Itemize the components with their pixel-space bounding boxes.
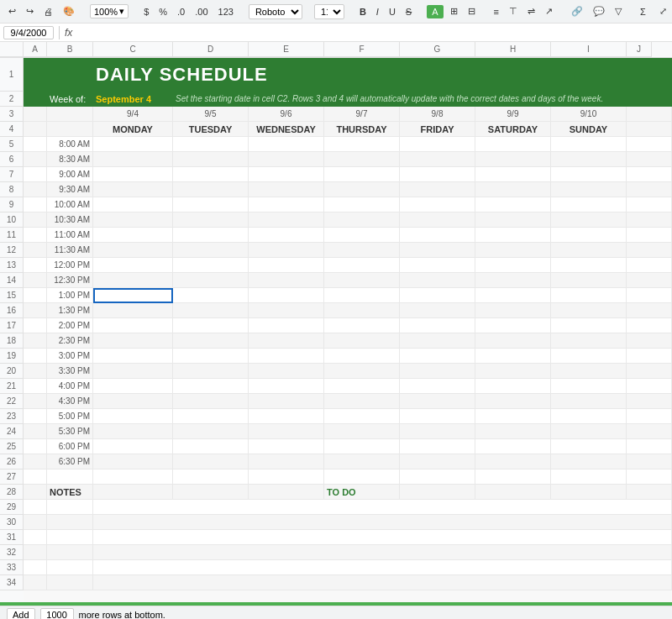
cell-D4-tuesday[interactable]: TUESDAY xyxy=(173,122,249,137)
cell-E13[interactable] xyxy=(249,258,324,273)
cell-E19[interactable] xyxy=(249,349,324,364)
cell-F4-thursday[interactable]: THURSDAY xyxy=(324,122,400,137)
cell-C27[interactable] xyxy=(93,469,173,485)
cell-F28-todo[interactable]: TO DO xyxy=(324,485,400,500)
cell-rest-29[interactable] xyxy=(93,500,672,515)
cell-F15[interactable] xyxy=(324,288,400,303)
cell-rest-32[interactable] xyxy=(93,545,672,560)
cell-B31[interactable] xyxy=(47,530,93,545)
col-header-D[interactable]: D xyxy=(173,42,249,57)
cell-B8-time[interactable]: 9:30 AM xyxy=(47,182,93,197)
cell-D24[interactable] xyxy=(173,424,249,439)
cell-E14[interactable] xyxy=(249,273,324,288)
col-header-E[interactable]: E xyxy=(249,42,324,57)
cell-H6[interactable] xyxy=(475,152,551,167)
cell-E6[interactable] xyxy=(249,152,324,167)
format-123-button[interactable]: 123 xyxy=(215,5,237,18)
cell-G22[interactable] xyxy=(400,394,475,409)
cell-B14-time[interactable]: 12:30 PM xyxy=(47,273,93,288)
cell-J13[interactable] xyxy=(627,258,672,273)
fill-color-button[interactable]: A xyxy=(427,5,443,18)
cell-G12[interactable] xyxy=(400,243,475,258)
bold-button[interactable]: B xyxy=(356,5,370,18)
cell-B16-time[interactable]: 1:30 PM xyxy=(47,303,93,318)
cell-C19[interactable] xyxy=(93,349,173,364)
cell-E7[interactable] xyxy=(249,167,324,182)
cell-J17[interactable] xyxy=(627,318,672,333)
cell-D3-date[interactable]: 9/5 xyxy=(173,107,249,122)
rows-count-input[interactable] xyxy=(40,608,74,620)
cell-H8[interactable] xyxy=(475,182,551,197)
cell-A14[interactable] xyxy=(24,273,47,288)
cell-D25[interactable] xyxy=(173,439,249,454)
cell-H22[interactable] xyxy=(475,394,551,409)
cell-H26[interactable] xyxy=(475,454,551,469)
cell-C23[interactable] xyxy=(93,409,173,424)
name-box[interactable] xyxy=(3,26,54,39)
cell-J14[interactable] xyxy=(627,273,672,288)
cell-H20[interactable] xyxy=(475,364,551,379)
cell-G25[interactable] xyxy=(400,439,475,454)
cell-B29[interactable] xyxy=(47,500,93,515)
cell-B32[interactable] xyxy=(47,545,93,560)
cell-A28[interactable] xyxy=(24,485,47,500)
cell-J25[interactable] xyxy=(627,439,672,454)
cell-H25[interactable] xyxy=(475,439,551,454)
cell-rest-31[interactable] xyxy=(93,530,672,545)
cell-F23[interactable] xyxy=(324,409,400,424)
cell-C11[interactable] xyxy=(93,228,173,243)
cell-F24[interactable] xyxy=(324,424,400,439)
cell-E22[interactable] xyxy=(249,394,324,409)
cell-F16[interactable] xyxy=(324,303,400,318)
cell-C15-selected[interactable] xyxy=(93,288,173,303)
cell-A1[interactable] xyxy=(24,58,47,92)
cell-I9[interactable] xyxy=(551,197,627,212)
link-button[interactable]: 🔗 xyxy=(568,4,586,18)
font-size-selector[interactable]: 11 xyxy=(314,4,344,19)
cell-D15[interactable] xyxy=(173,288,249,303)
cell-I25[interactable] xyxy=(551,439,627,454)
cell-G16[interactable] xyxy=(400,303,475,318)
cell-A34[interactable] xyxy=(24,575,47,590)
cell-D27[interactable] xyxy=(173,469,249,485)
cell-G23[interactable] xyxy=(400,409,475,424)
cell-B33[interactable] xyxy=(47,560,93,575)
cell-A21[interactable] xyxy=(24,379,47,394)
formula-input[interactable] xyxy=(76,27,669,39)
rotate-button[interactable]: ↗ xyxy=(542,4,556,18)
cell-F3-date[interactable]: 9/7 xyxy=(324,107,400,122)
cell-A32[interactable] xyxy=(24,545,47,560)
cell-H24[interactable] xyxy=(475,424,551,439)
cell-E20[interactable] xyxy=(249,364,324,379)
col-header-J[interactable]: J xyxy=(627,42,652,57)
cell-C22[interactable] xyxy=(93,394,173,409)
cell-I7[interactable] xyxy=(551,167,627,182)
cell-I20[interactable] xyxy=(551,364,627,379)
cell-C20[interactable] xyxy=(93,364,173,379)
cell-F12[interactable] xyxy=(324,243,400,258)
cell-J22[interactable] xyxy=(627,394,672,409)
cell-I28[interactable] xyxy=(551,485,627,500)
cell-H16[interactable] xyxy=(475,303,551,318)
cell-I8[interactable] xyxy=(551,182,627,197)
cell-E9[interactable] xyxy=(249,197,324,212)
cell-C7[interactable] xyxy=(93,167,173,182)
cell-G14[interactable] xyxy=(400,273,475,288)
print-button[interactable]: 🖨 xyxy=(40,5,56,18)
cell-H17[interactable] xyxy=(475,318,551,333)
cell-D14[interactable] xyxy=(173,273,249,288)
cell-C12[interactable] xyxy=(93,243,173,258)
cell-B2-weekof[interactable]: Week of: xyxy=(47,92,93,107)
cell-D23[interactable] xyxy=(173,409,249,424)
cell-F7[interactable] xyxy=(324,167,400,182)
cell-J11[interactable] xyxy=(627,228,672,243)
cell-D17[interactable] xyxy=(173,318,249,333)
cell-B4[interactable] xyxy=(47,122,93,137)
cell-B22-time[interactable]: 4:30 PM xyxy=(47,394,93,409)
cell-F10[interactable] xyxy=(324,212,400,228)
cell-A29[interactable] xyxy=(24,500,47,515)
cell-A6[interactable] xyxy=(24,152,47,167)
cell-A20[interactable] xyxy=(24,364,47,379)
cell-J8[interactable] xyxy=(627,182,672,197)
cell-J15[interactable] xyxy=(627,288,672,303)
